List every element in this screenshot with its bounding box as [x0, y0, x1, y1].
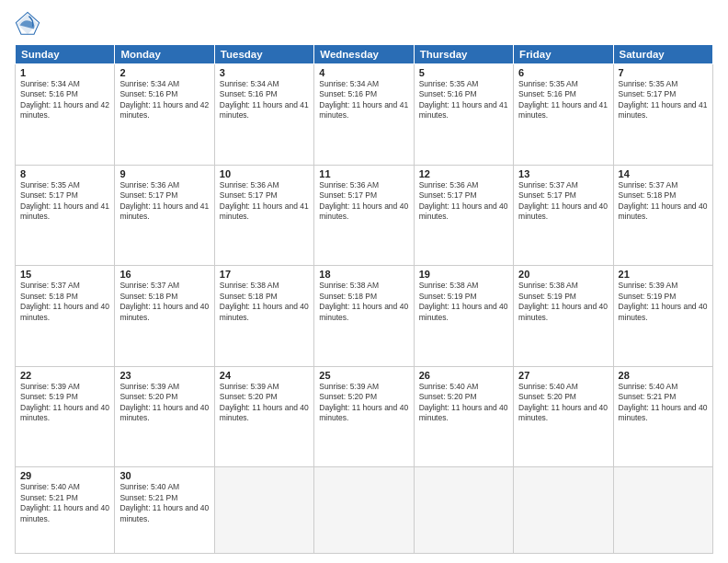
day-header-tuesday: Tuesday: [214, 45, 313, 64]
logo-icon: [15, 11, 40, 37]
day-cell-16: 16Sunrise: 5:37 AMSunset: 5:18 PMDayligh…: [115, 266, 214, 367]
day-info: Sunrise: 5:34 AMSunset: 5:16 PMDaylight:…: [319, 79, 408, 121]
day-number: 13: [518, 168, 608, 179]
day-cell-22: 22Sunrise: 5:39 AMSunset: 5:19 PMDayligh…: [16, 366, 115, 467]
week-row-2: 8Sunrise: 5:35 AMSunset: 5:17 PMDaylight…: [16, 165, 713, 266]
days-header-row: SundayMondayTuesdayWednesdayThursdayFrid…: [16, 45, 713, 64]
day-number: 19: [419, 269, 508, 280]
day-cell-19: 19Sunrise: 5:38 AMSunset: 5:19 PMDayligh…: [414, 266, 513, 367]
day-cell-17: 17Sunrise: 5:38 AMSunset: 5:18 PMDayligh…: [214, 266, 313, 367]
day-cell-7: 7Sunrise: 5:35 AMSunset: 5:17 PMDaylight…: [613, 64, 712, 166]
day-number: 30: [119, 470, 209, 481]
day-info: Sunrise: 5:36 AMSunset: 5:17 PMDaylight:…: [220, 180, 309, 223]
day-info: Sunrise: 5:37 AMSunset: 5:18 PMDaylight:…: [119, 281, 209, 323]
day-cell-1: 1Sunrise: 5:34 AMSunset: 5:16 PMDaylight…: [16, 64, 115, 166]
day-number: 9: [119, 168, 209, 179]
day-info: Sunrise: 5:37 AMSunset: 5:18 PMDaylight:…: [20, 281, 109, 323]
day-info: Sunrise: 5:34 AMSunset: 5:16 PMDaylight:…: [220, 79, 309, 121]
day-header-friday: Friday: [514, 45, 613, 64]
day-cell-28: 28Sunrise: 5:40 AMSunset: 5:21 PMDayligh…: [613, 366, 712, 467]
day-number: 6: [518, 67, 608, 78]
day-cell-11: 11Sunrise: 5:36 AMSunset: 5:17 PMDayligh…: [314, 165, 414, 266]
day-number: 3: [220, 67, 309, 78]
week-row-1: 1Sunrise: 5:34 AMSunset: 5:16 PMDaylight…: [16, 64, 713, 166]
day-cell-5: 5Sunrise: 5:35 AMSunset: 5:16 PMDaylight…: [414, 64, 513, 166]
day-number: 28: [619, 370, 708, 381]
day-info: Sunrise: 5:39 AMSunset: 5:20 PMDaylight:…: [119, 382, 209, 424]
day-number: 21: [619, 269, 708, 280]
day-cell-12: 12Sunrise: 5:36 AMSunset: 5:17 PMDayligh…: [414, 165, 513, 266]
empty-cell: [314, 467, 414, 554]
day-number: 11: [319, 168, 408, 179]
day-info: Sunrise: 5:36 AMSunset: 5:17 PMDaylight:…: [119, 180, 209, 223]
week-row-4: 22Sunrise: 5:39 AMSunset: 5:19 PMDayligh…: [16, 366, 713, 467]
day-number: 24: [220, 370, 309, 381]
day-cell-10: 10Sunrise: 5:36 AMSunset: 5:17 PMDayligh…: [214, 165, 313, 266]
day-cell-25: 25Sunrise: 5:39 AMSunset: 5:20 PMDayligh…: [314, 366, 414, 467]
day-info: Sunrise: 5:35 AMSunset: 5:17 PMDaylight:…: [619, 79, 708, 121]
day-cell-18: 18Sunrise: 5:38 AMSunset: 5:18 PMDayligh…: [314, 266, 414, 367]
day-header-monday: Monday: [115, 45, 214, 64]
day-cell-13: 13Sunrise: 5:37 AMSunset: 5:17 PMDayligh…: [514, 165, 613, 266]
header: [15, 11, 713, 37]
day-header-sunday: Sunday: [16, 45, 115, 64]
day-number: 23: [119, 370, 209, 381]
day-number: 10: [220, 168, 309, 179]
day-number: 25: [319, 370, 408, 381]
week-row-3: 15Sunrise: 5:37 AMSunset: 5:18 PMDayligh…: [16, 266, 713, 367]
day-header-saturday: Saturday: [613, 45, 712, 64]
day-info: Sunrise: 5:35 AMSunset: 5:16 PMDaylight:…: [419, 79, 508, 121]
day-cell-15: 15Sunrise: 5:37 AMSunset: 5:18 PMDayligh…: [16, 266, 115, 367]
day-cell-2: 2Sunrise: 5:34 AMSunset: 5:16 PMDaylight…: [115, 64, 214, 166]
day-number: 7: [619, 67, 708, 78]
page: SundayMondayTuesdayWednesdayThursdayFrid…: [0, 0, 728, 563]
empty-cell: [613, 467, 712, 554]
empty-cell: [514, 467, 613, 554]
day-number: 2: [119, 67, 209, 78]
day-info: Sunrise: 5:35 AMSunset: 5:16 PMDaylight:…: [518, 79, 608, 121]
day-number: 26: [419, 370, 508, 381]
day-info: Sunrise: 5:38 AMSunset: 5:18 PMDaylight:…: [220, 281, 309, 323]
day-cell-9: 9Sunrise: 5:36 AMSunset: 5:17 PMDaylight…: [115, 165, 214, 266]
day-info: Sunrise: 5:38 AMSunset: 5:19 PMDaylight:…: [419, 281, 508, 323]
day-cell-27: 27Sunrise: 5:40 AMSunset: 5:20 PMDayligh…: [514, 366, 613, 467]
day-cell-3: 3Sunrise: 5:34 AMSunset: 5:16 PMDaylight…: [214, 64, 313, 166]
day-cell-6: 6Sunrise: 5:35 AMSunset: 5:16 PMDaylight…: [514, 64, 613, 166]
day-number: 16: [119, 269, 209, 280]
day-info: Sunrise: 5:39 AMSunset: 5:19 PMDaylight:…: [20, 382, 109, 424]
day-cell-24: 24Sunrise: 5:39 AMSunset: 5:20 PMDayligh…: [214, 366, 313, 467]
day-info: Sunrise: 5:39 AMSunset: 5:20 PMDaylight:…: [319, 382, 408, 424]
day-number: 4: [319, 67, 408, 78]
day-info: Sunrise: 5:40 AMSunset: 5:21 PMDaylight:…: [119, 482, 209, 524]
day-number: 14: [619, 168, 708, 179]
day-number: 17: [220, 269, 309, 280]
day-number: 1: [20, 67, 109, 78]
day-number: 29: [20, 470, 109, 481]
day-info: Sunrise: 5:39 AMSunset: 5:20 PMDaylight:…: [220, 382, 309, 424]
day-info: Sunrise: 5:40 AMSunset: 5:20 PMDaylight:…: [419, 382, 508, 424]
day-cell-8: 8Sunrise: 5:35 AMSunset: 5:17 PMDaylight…: [16, 165, 115, 266]
day-number: 20: [518, 269, 608, 280]
day-info: Sunrise: 5:36 AMSunset: 5:17 PMDaylight:…: [419, 180, 508, 223]
day-info: Sunrise: 5:37 AMSunset: 5:18 PMDaylight:…: [619, 180, 708, 223]
day-info: Sunrise: 5:38 AMSunset: 5:18 PMDaylight:…: [319, 281, 408, 323]
day-info: Sunrise: 5:37 AMSunset: 5:17 PMDaylight:…: [518, 180, 608, 223]
day-cell-14: 14Sunrise: 5:37 AMSunset: 5:18 PMDayligh…: [613, 165, 712, 266]
day-number: 22: [20, 370, 109, 381]
day-number: 12: [419, 168, 508, 179]
day-info: Sunrise: 5:40 AMSunset: 5:20 PMDaylight:…: [518, 382, 608, 424]
day-number: 8: [20, 168, 109, 179]
day-cell-20: 20Sunrise: 5:38 AMSunset: 5:19 PMDayligh…: [514, 266, 613, 367]
day-info: Sunrise: 5:36 AMSunset: 5:17 PMDaylight:…: [319, 180, 408, 223]
empty-cell: [214, 467, 313, 554]
day-info: Sunrise: 5:40 AMSunset: 5:21 PMDaylight:…: [20, 482, 109, 524]
day-header-thursday: Thursday: [414, 45, 513, 64]
day-info: Sunrise: 5:40 AMSunset: 5:21 PMDaylight:…: [619, 382, 708, 424]
day-info: Sunrise: 5:34 AMSunset: 5:16 PMDaylight:…: [20, 79, 109, 121]
day-cell-23: 23Sunrise: 5:39 AMSunset: 5:20 PMDayligh…: [115, 366, 214, 467]
day-number: 15: [20, 269, 109, 280]
day-number: 5: [419, 67, 508, 78]
calendar-table: SundayMondayTuesdayWednesdayThursdayFrid…: [15, 44, 713, 554]
empty-cell: [414, 467, 513, 554]
day-header-wednesday: Wednesday: [314, 45, 414, 64]
